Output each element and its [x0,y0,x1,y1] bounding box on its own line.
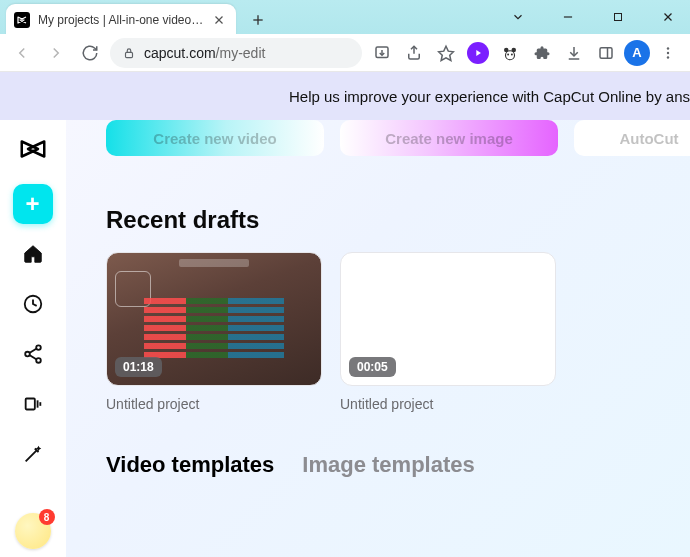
svg-line-29 [29,349,36,354]
recent-drafts-heading: Recent drafts [106,206,690,234]
promo-banner: Help us improve your experience with Cap… [0,72,690,120]
close-tab-icon[interactable] [212,13,226,27]
sidebar-item-magic[interactable] [13,434,53,474]
maximize-icon[interactable] [604,3,632,31]
create-row: Create new video Create new image AutoCu… [66,120,690,156]
svg-rect-8 [126,52,133,57]
notification-count-badge: 8 [39,509,55,525]
draft-card[interactable]: 01:18 Untitled project [106,252,322,412]
address-bar[interactable]: capcut.com/my-edit [110,38,362,68]
duration-badge: 00:05 [349,357,396,377]
svg-marker-12 [476,50,481,56]
create-image-card[interactable]: Create new image [340,120,558,156]
share-icon[interactable] [400,39,428,67]
draft-title: Untitled project [106,396,322,412]
main-content: Create new video Create new image AutoCu… [66,120,690,557]
browser-tab[interactable]: My projects | All-in-one video ed [6,4,236,36]
sidebar-item-home[interactable] [13,234,53,274]
install-app-icon[interactable] [368,39,396,67]
capcut-favicon-icon [14,12,30,28]
draft-title: Untitled project [340,396,556,412]
svg-point-16 [507,53,509,55]
close-window-icon[interactable] [654,3,682,31]
chevron-down-icon[interactable] [504,3,532,31]
kebab-menu-icon[interactable] [654,39,682,67]
app-sidebar: + 8 [0,120,66,557]
svg-point-23 [667,51,669,53]
draft-thumbnail: 01:18 [106,252,322,386]
tab-image-templates[interactable]: Image templates [302,452,474,478]
svg-point-17 [511,53,513,55]
draft-card[interactable]: 00:05 Untitled project [340,252,556,412]
svg-point-22 [667,47,669,49]
sidebar-item-history[interactable] [13,284,53,324]
back-button[interactable] [8,39,36,67]
duration-badge: 01:18 [115,357,162,377]
promo-text: Help us improve your experience with Cap… [289,88,690,105]
url-text: capcut.com/my-edit [144,45,265,61]
drafts-row: 01:18 Untitled project 00:05 Untitled pr… [66,252,690,412]
svg-point-15 [506,50,515,59]
extensions-puzzle-icon[interactable] [528,39,556,67]
sidebar-item-spaces[interactable] [13,384,53,424]
create-new-button[interactable]: + [13,184,53,224]
side-panel-icon[interactable] [592,39,620,67]
template-tabs: Video templates Image templates [106,452,690,478]
create-video-card[interactable]: Create new video [106,120,324,156]
svg-point-24 [667,56,669,58]
svg-rect-1 [615,14,622,21]
reload-button[interactable] [76,39,104,67]
tab-video-templates[interactable]: Video templates [106,452,274,478]
profile-avatar[interactable]: A [624,40,650,66]
extension-panda-icon[interactable] [496,39,524,67]
svg-marker-11 [439,46,454,60]
notification-bulb[interactable]: 8 [15,513,51,549]
downloads-icon[interactable] [560,39,588,67]
new-tab-button[interactable] [244,6,272,34]
svg-rect-31 [25,399,34,410]
lock-icon [122,46,136,60]
bookmark-star-icon[interactable] [432,39,460,67]
media-play-badge[interactable] [464,39,492,67]
minimize-icon[interactable] [554,3,582,31]
draft-thumbnail: 00:05 [340,252,556,386]
svg-line-30 [29,355,36,360]
browser-toolbar: capcut.com/my-edit A [0,34,690,72]
svg-rect-20 [600,47,612,58]
autocut-card[interactable]: AutoCut [574,120,690,156]
tab-strip: My projects | All-in-one video ed [6,4,272,36]
tab-title: My projects | All-in-one video ed [38,13,204,27]
forward-button[interactable] [42,39,70,67]
capcut-logo-icon[interactable] [18,134,48,164]
sidebar-item-share[interactable] [13,334,53,374]
